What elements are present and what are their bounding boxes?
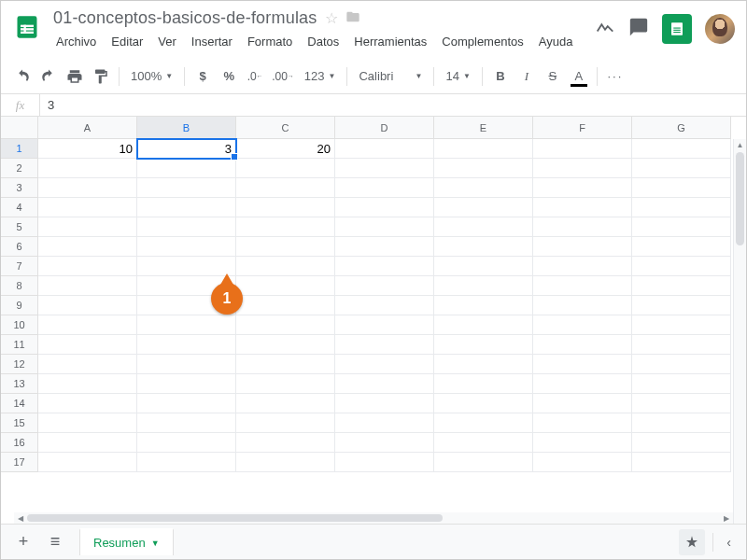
cell-C1[interactable]: 20 [236, 139, 335, 159]
row-header-15[interactable]: 15 [1, 413, 38, 433]
row-header-10[interactable]: 10 [1, 315, 38, 335]
scroll-up-arrow[interactable]: ▲ [734, 139, 746, 150]
paint-format-button[interactable] [89, 64, 113, 89]
row-header-14[interactable]: 14 [1, 394, 38, 413]
cell-C10[interactable] [236, 315, 335, 335]
scroll-right-arrow[interactable]: ▶ [720, 514, 733, 523]
cell-A16[interactable] [38, 433, 137, 453]
cell-A8[interactable] [38, 276, 137, 296]
cell-D12[interactable] [335, 355, 434, 374]
cell-G8[interactable] [632, 276, 731, 296]
horizontal-scrollbar[interactable]: ◀ ▶ [14, 512, 733, 524]
column-header-B[interactable]: B [137, 117, 236, 139]
cell-E14[interactable] [434, 394, 533, 413]
menu-datos[interactable]: Datos [301, 32, 345, 51]
row-header-17[interactable]: 17 [1, 453, 38, 472]
undo-button[interactable] [10, 64, 35, 89]
cell-F6[interactable] [533, 237, 632, 257]
folder-icon[interactable] [345, 9, 360, 28]
menu-formato[interactable]: Formato [241, 32, 299, 51]
bold-button[interactable]: B [488, 64, 513, 89]
cell-G5[interactable] [632, 217, 731, 237]
cell-F17[interactable] [533, 453, 632, 472]
cell-A11[interactable] [38, 335, 137, 355]
row-header-5[interactable]: 5 [1, 217, 38, 237]
percent-button[interactable]: % [217, 64, 241, 89]
cell-A14[interactable] [38, 394, 137, 413]
menu-ayuda[interactable]: Ayuda [532, 32, 580, 51]
cell-B3[interactable] [137, 178, 236, 198]
cell-E2[interactable] [434, 159, 533, 178]
cell-F3[interactable] [533, 178, 632, 198]
cell-B1[interactable]: 3 [137, 139, 236, 159]
cell-G9[interactable] [632, 296, 731, 315]
cell-B6[interactable] [137, 237, 236, 257]
menu-editar[interactable]: Editar [105, 32, 149, 51]
row-header-8[interactable]: 8 [1, 276, 38, 296]
comments-icon[interactable] [628, 17, 649, 41]
menu-insertar[interactable]: Insertar [185, 32, 239, 51]
cell-B4[interactable] [137, 198, 236, 217]
cell-D4[interactable] [335, 198, 434, 217]
cell-E9[interactable] [434, 296, 533, 315]
row-header-13[interactable]: 13 [1, 374, 38, 394]
cell-E17[interactable] [434, 453, 533, 472]
cell-G10[interactable] [632, 315, 731, 335]
redo-button[interactable] [36, 64, 61, 89]
cell-A13[interactable] [38, 374, 137, 394]
cell-D13[interactable] [335, 374, 434, 394]
column-header-F[interactable]: F [533, 117, 632, 139]
cell-C13[interactable] [236, 374, 335, 394]
cell-C9[interactable] [236, 296, 335, 315]
cell-E3[interactable] [434, 178, 533, 198]
cell-A7[interactable] [38, 257, 137, 276]
cell-A1[interactable]: 10 [38, 139, 137, 159]
side-panel-toggle[interactable]: ‹ [721, 535, 737, 550]
cell-F15[interactable] [533, 413, 632, 433]
more-button[interactable]: ··· [603, 64, 627, 89]
cell-D15[interactable] [335, 413, 434, 433]
row-header-11[interactable]: 11 [1, 335, 38, 355]
cell-D9[interactable] [335, 296, 434, 315]
cell-F8[interactable] [533, 276, 632, 296]
cell-A9[interactable] [38, 296, 137, 315]
cell-E13[interactable] [434, 374, 533, 394]
cell-D1[interactable] [335, 139, 434, 159]
cell-F12[interactable] [533, 355, 632, 374]
document-title[interactable]: 01-conceptos-basicos-de-formulas [53, 8, 317, 28]
row-header-1[interactable]: 1 [1, 139, 38, 159]
menu-archivo[interactable]: Archivo [49, 32, 103, 51]
cell-E15[interactable] [434, 413, 533, 433]
column-header-A[interactable]: A [38, 117, 137, 139]
column-header-D[interactable]: D [335, 117, 434, 139]
cell-B5[interactable] [137, 217, 236, 237]
currency-button[interactable]: $ [190, 64, 215, 89]
increase-decimal-button[interactable]: .00→ [269, 64, 297, 89]
row-header-3[interactable]: 3 [1, 178, 38, 198]
cell-G3[interactable] [632, 178, 731, 198]
row-header-9[interactable]: 9 [1, 296, 38, 315]
cell-E11[interactable] [434, 335, 533, 355]
cell-B13[interactable] [137, 374, 236, 394]
cell-F1[interactable] [533, 139, 632, 159]
cell-C11[interactable] [236, 335, 335, 355]
cell-F2[interactable] [533, 159, 632, 178]
cell-C2[interactable] [236, 159, 335, 178]
strikethrough-button[interactable]: S [541, 64, 565, 89]
cell-G7[interactable] [632, 257, 731, 276]
cell-D16[interactable] [335, 433, 434, 453]
activity-icon[interactable] [595, 17, 615, 41]
cell-G12[interactable] [632, 355, 731, 374]
cell-G2[interactable] [632, 159, 731, 178]
column-header-G[interactable]: G [632, 117, 731, 139]
cell-A5[interactable] [38, 217, 137, 237]
cell-F4[interactable] [533, 198, 632, 217]
number-format-dropdown[interactable]: 123▼ [299, 69, 342, 83]
cell-B14[interactable] [137, 394, 236, 413]
cell-A3[interactable] [38, 178, 137, 198]
cell-D8[interactable] [335, 276, 434, 296]
share-button[interactable] [662, 14, 692, 44]
cell-E4[interactable] [434, 198, 533, 217]
cell-D2[interactable] [335, 159, 434, 178]
decrease-decimal-button[interactable]: .0← [243, 64, 267, 89]
